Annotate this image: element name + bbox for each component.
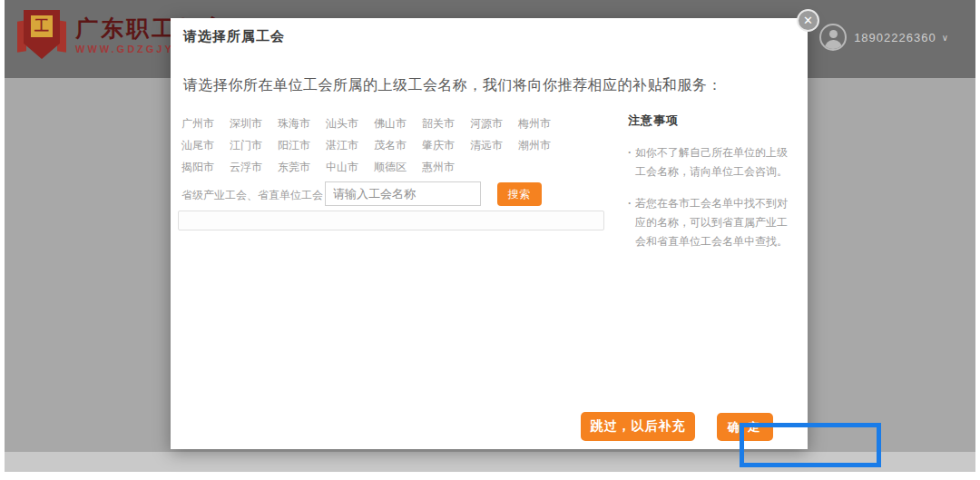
union-select-modal: ✕ 请选择所属工会 请选择你所在单位工会所属的上级工会名称，我们将向你推荐相应的… <box>171 18 808 449</box>
close-icon[interactable]: ✕ <box>797 9 819 32</box>
city-link[interactable]: 深圳市 <box>230 113 278 134</box>
skip-button[interactable]: 跳过，以后补充 <box>581 412 695 441</box>
city-link-list: 广州市深圳市珠海市汕头市佛山市韶关市河源市梅州市汕尾市江门市阳江市湛江市茂名市肇… <box>181 113 590 178</box>
province-union-links[interactable]: 省级产业工会、省直单位工会 <box>181 188 323 203</box>
city-link[interactable]: 惠州市 <box>422 156 470 178</box>
city-link[interactable]: 肇庆市 <box>422 134 470 156</box>
city-link[interactable]: 茂名市 <box>374 134 422 156</box>
screenshot-stage: 工 广东职工教育网 WWW.GDZGJY.COM 18902226360 ∨ ✕… <box>0 0 980 480</box>
union-name-input[interactable] <box>325 181 481 206</box>
logo-shield-icon: 工 <box>17 8 66 61</box>
city-link[interactable]: 东莞市 <box>278 156 326 178</box>
modal-title: 请选择所属工会 <box>183 28 285 45</box>
city-link[interactable]: 江门市 <box>230 134 278 156</box>
user-phone: 18902226360 <box>854 31 936 44</box>
note-item: 若您在各市工会名单中找不到对应的名称，可以到省直属产业工会和省直单位工会名单中查… <box>628 194 793 251</box>
search-button[interactable]: 搜索 <box>497 182 542 206</box>
city-link[interactable]: 云浮市 <box>230 156 278 178</box>
confirm-button[interactable]: 确 定 <box>717 413 773 441</box>
city-link[interactable]: 汕尾市 <box>181 134 230 156</box>
province-union-row: 省级产业工会、省直单位工会 搜索 <box>181 181 599 207</box>
city-link[interactable]: 广州市 <box>181 113 230 134</box>
chevron-down-icon: ∨ <box>942 33 948 43</box>
city-link[interactable]: 顺德区 <box>374 156 422 178</box>
city-link[interactable]: 中山市 <box>326 156 374 178</box>
instruction-text: 请选择你所在单位工会所属的上级工会名称，我们将向你推荐相应的补贴和服务： <box>183 76 722 95</box>
notes-title: 注意事项 <box>628 113 793 129</box>
dimmed-page-footer <box>5 452 975 472</box>
notes-items: 如你不了解自己所在单位的上级工会名称，请向单位工会咨询。若您在各市工会名单中找不… <box>628 143 793 251</box>
search-results-panel <box>178 211 604 230</box>
city-link[interactable]: 潮州市 <box>518 134 566 156</box>
city-link[interactable]: 珠海市 <box>278 113 326 134</box>
city-link[interactable]: 梅州市 <box>518 113 566 134</box>
city-link[interactable]: 佛山市 <box>374 113 422 134</box>
city-link[interactable]: 河源市 <box>470 113 518 134</box>
city-link[interactable]: 揭阳市 <box>181 156 230 178</box>
note-item: 如你不了解自己所在单位的上级工会名称，请向单位工会咨询。 <box>628 143 793 181</box>
logo-emblem-char: 工 <box>31 15 53 37</box>
city-link[interactable]: 阳江市 <box>278 134 326 156</box>
user-menu[interactable]: 18902226360 ∨ <box>819 24 948 51</box>
city-link[interactable]: 清远市 <box>470 134 518 156</box>
city-link[interactable]: 湛江市 <box>326 134 374 156</box>
user-avatar-icon <box>819 24 847 51</box>
city-link[interactable]: 汕头市 <box>326 113 374 134</box>
city-link[interactable]: 韶关市 <box>422 113 470 134</box>
notes-panel: 注意事项 如你不了解自己所在单位的上级工会名称，请向单位工会咨询。若您在各市工会… <box>628 113 793 264</box>
